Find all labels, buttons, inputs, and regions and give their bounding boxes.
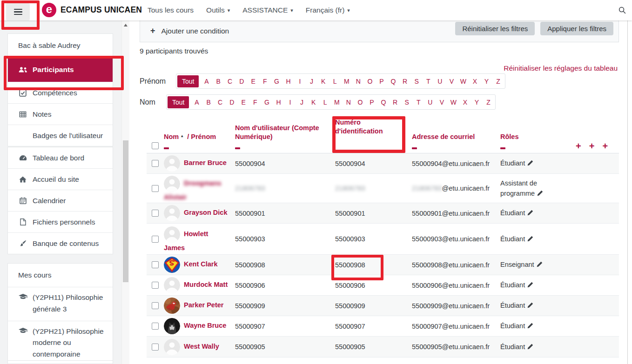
participant-name-link[interactable]: West Wally	[184, 343, 219, 350]
lastname-letter-c[interactable]: C	[215, 99, 226, 106]
lastname-letter-s[interactable]: S	[401, 99, 413, 106]
lastname-letter-f[interactable]: F	[249, 99, 261, 106]
select-row-checkbox[interactable]	[152, 210, 159, 217]
lastname-letter-g[interactable]: G	[261, 99, 273, 106]
search-icon[interactable]	[619, 7, 626, 16]
lastname-letter-v[interactable]: V	[436, 99, 448, 106]
lastname-letter-l[interactable]: L	[319, 99, 331, 106]
participant-name-link[interactable]: Kent Clark	[184, 260, 218, 268]
default-avatar[interactable]	[164, 176, 180, 192]
edit-role-pencil-icon[interactable]	[527, 342, 533, 352]
default-avatar[interactable]	[164, 277, 180, 293]
default-avatar[interactable]	[164, 226, 180, 243]
lastname-letter-r[interactable]: R	[390, 99, 401, 106]
sidebar-item-notes[interactable]: Notes	[8, 103, 113, 125]
add-condition-link[interactable]: + Ajouter une condition	[150, 26, 229, 36]
lastname-letter-all-button[interactable]: Tout	[168, 96, 189, 108]
participant-name-link[interactable]: Parker Peter	[184, 301, 223, 309]
firstname-letter-e[interactable]: E	[248, 78, 259, 85]
firstname-letter-all-button[interactable]: Tout	[177, 75, 199, 87]
edit-role-pencil-icon[interactable]	[527, 208, 533, 218]
collapse-name-column-icon[interactable]	[164, 147, 169, 149]
firstname-letter-j[interactable]: J	[306, 78, 317, 85]
select-row-checkbox[interactable]	[152, 185, 159, 192]
firstname-letter-o[interactable]: O	[364, 78, 376, 85]
lastname-letter-i[interactable]: I	[284, 99, 296, 106]
firstname-letter-m[interactable]: M	[341, 78, 352, 85]
nav-assistance[interactable]: ASSISTANCE▾	[242, 6, 293, 14]
sidebar-item-badges-de-l-utilisateur[interactable]: Badges de l'utilisateur	[8, 125, 113, 146]
sidebar-item-banque-de-contenus[interactable]: Banque de contenus	[8, 232, 113, 254]
scrollbar-thumb[interactable]	[123, 140, 128, 282]
participant-name-link[interactable]: Barner Bruce	[184, 159, 227, 166]
sidebar-scrollbar[interactable]	[121, 20, 129, 364]
menu-toggle-button[interactable]	[6, 3, 30, 20]
column-header-roles[interactable]: Rôles	[500, 132, 566, 142]
edit-role-pencil-icon[interactable]	[527, 234, 533, 244]
lastname-letter-y[interactable]: Y	[471, 99, 483, 106]
participant-name-link[interactable]: Alistair	[164, 193, 187, 201]
firstname-letter-i[interactable]: I	[294, 78, 306, 85]
firstname-letter-a[interactable]: A	[201, 78, 212, 85]
reset-filters-button[interactable]: Réinitialiser les filtres	[455, 22, 535, 35]
nav-outils[interactable]: Outils▾	[206, 6, 230, 14]
column-header-username[interactable]: Nom d'utilisateur (Compte Numérique)	[235, 124, 327, 142]
lastname-letter-n[interactable]: N	[343, 99, 354, 106]
sidebar-item-tableau-de-bord[interactable]: Tableau de bord	[8, 147, 113, 168]
firstname-letter-q[interactable]: Q	[387, 78, 399, 85]
firstname-letter-t[interactable]: T	[423, 78, 434, 85]
lastname-letter-h[interactable]: H	[273, 99, 284, 106]
lastname-letter-e[interactable]: E	[238, 99, 249, 106]
edit-role-pencil-icon[interactable]	[537, 188, 543, 199]
edit-role-pencil-icon[interactable]	[527, 300, 533, 311]
firstname-letter-n[interactable]: N	[352, 78, 364, 85]
edit-role-pencil-icon[interactable]	[527, 280, 533, 290]
lastname-letter-w[interactable]: W	[448, 99, 459, 106]
column-header-idnumber[interactable]: Numéro d'identification	[335, 118, 403, 136]
default-avatar[interactable]	[164, 155, 180, 172]
lastname-letter-m[interactable]: M	[331, 99, 343, 106]
edit-role-pencil-icon[interactable]	[527, 321, 533, 331]
firstname-letter-b[interactable]: B	[213, 78, 224, 85]
firstname-letter-h[interactable]: H	[282, 78, 294, 85]
lastname-letter-d[interactable]: D	[226, 99, 238, 106]
firstname-letter-k[interactable]: K	[317, 78, 329, 85]
firstname-letter-p[interactable]: P	[376, 78, 387, 85]
participant-name-link[interactable]: Murdock Matt	[184, 281, 228, 288]
firstname-letter-g[interactable]: G	[271, 78, 282, 85]
expand-column-icon[interactable]: +	[589, 143, 595, 149]
reset-table-settings-link[interactable]: Réinitialiser les réglages du tableau	[504, 64, 618, 73]
participant-name-link[interactable]: Howlett	[184, 230, 208, 238]
firstname-letter-c[interactable]: C	[224, 78, 236, 85]
select-row-checkbox[interactable]	[152, 323, 159, 330]
sidebar-item-calendrier[interactable]: Calendrier	[8, 190, 113, 211]
select-row-checkbox[interactable]	[152, 236, 159, 243]
lastname-letter-t[interactable]: T	[413, 99, 424, 106]
firstname-letter-u[interactable]: U	[434, 78, 446, 85]
firstname-letter-s[interactable]: S	[411, 78, 423, 85]
firstname-letter-y[interactable]: Y	[481, 78, 492, 85]
select-row-checkbox[interactable]	[152, 160, 159, 167]
sidebar-item-fichiers-personnels[interactable]: Fichiers personnels	[8, 211, 113, 232]
lastname-letter-p[interactable]: P	[366, 99, 377, 106]
apply-filters-button[interactable]: Appliquer les filtres	[540, 22, 613, 35]
firstname-letter-d[interactable]: D	[236, 78, 248, 85]
sidebar-course-y2ph11-philosophie[interactable]: (Y2PH11) Philosophie générale 3	[8, 287, 113, 321]
sidebar-item-competences[interactable]: Compétences	[8, 82, 113, 103]
select-row-checkbox[interactable]	[152, 261, 159, 268]
default-avatar[interactable]	[164, 339, 180, 355]
firstname-letter-f[interactable]: F	[259, 78, 271, 85]
collapse-username-column-icon[interactable]	[235, 147, 240, 149]
lastname-letter-a[interactable]: A	[191, 99, 202, 106]
superman-avatar[interactable]	[164, 257, 180, 273]
lastname-letter-k[interactable]: K	[308, 99, 319, 106]
lastname-letter-q[interactable]: Q	[377, 99, 389, 106]
sidebar-item-accueil-du-site[interactable]: Accueil du site	[8, 168, 113, 190]
expand-column-icon[interactable]: +	[602, 143, 608, 149]
lastname-letter-b[interactable]: B	[203, 99, 215, 106]
select-row-checkbox[interactable]	[152, 282, 159, 289]
lastname-letter-o[interactable]: O	[354, 99, 366, 106]
nav-tous-les-cours[interactable]: Tous les cours	[148, 6, 194, 14]
edit-role-pencil-icon[interactable]	[527, 158, 533, 168]
edit-role-pencil-icon[interactable]	[537, 259, 543, 270]
